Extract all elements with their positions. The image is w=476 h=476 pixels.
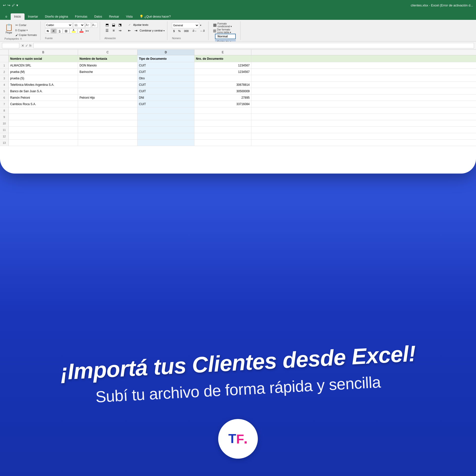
confirm-formula-btn[interactable]: ✓ <box>25 44 28 48</box>
cell-e-9[interactable] <box>194 114 251 120</box>
cell-d-9[interactable] <box>137 114 194 120</box>
col-header-c[interactable]: C <box>78 50 137 55</box>
cell-c-10[interactable] <box>78 120 137 126</box>
formula-input[interactable] <box>33 43 474 48</box>
tab-vista[interactable]: Vista <box>123 13 136 20</box>
cell-d-5[interactable]: CUIT <box>137 88 194 94</box>
increase-font-btn[interactable]: A↑ <box>85 22 91 28</box>
cell-e-11[interactable] <box>194 127 251 133</box>
bold-btn[interactable]: N <box>45 29 51 33</box>
cell-e-12[interactable] <box>194 133 251 139</box>
cell-b-4[interactable]: Telefónica Móviles Argentina S.A. <box>9 82 78 88</box>
decrease-indent-btn[interactable]: ⇤ <box>127 28 132 33</box>
align-center-btn[interactable]: ≡ <box>111 28 116 33</box>
cell-b-13[interactable] <box>9 140 78 146</box>
cell-b-11[interactable] <box>9 127 78 133</box>
tab-help[interactable]: 💡 ¿Qué desea hacer? <box>136 13 174 20</box>
cell-c-7[interactable] <box>78 101 137 107</box>
cell-d-7[interactable]: CUIT <box>137 101 194 107</box>
cell-b-5[interactable]: Banco de San Juan S.A. <box>9 88 78 94</box>
cell-d-10[interactable] <box>137 120 194 126</box>
cell-c-4[interactable] <box>78 82 137 88</box>
align-left-btn[interactable]: ☰ <box>105 28 110 33</box>
tab-insertar[interactable]: Insertar <box>25 13 42 20</box>
copy-button[interactable]: ⎘ Copiar ▾ <box>14 28 38 32</box>
header-cell-d[interactable]: Tipo de Documento <box>137 55 194 62</box>
normal-style-badge[interactable]: Normal <box>215 34 236 39</box>
cell-b-3[interactable]: prueba (S) <box>9 75 78 81</box>
paste-button[interactable]: 📋 Pegar <box>4 23 13 36</box>
header-cell-e[interactable]: Nro. de Documento <box>194 55 251 62</box>
cell-b-9[interactable] <box>9 114 78 120</box>
cell-c-1[interactable]: DON Manolo <box>78 62 137 68</box>
cell-b-10[interactable] <box>9 120 78 126</box>
cell-e-7[interactable]: 33716084 <box>194 101 251 107</box>
cell-c-3[interactable] <box>78 75 137 81</box>
tab-revisar[interactable]: Revisar <box>106 13 123 20</box>
cell-e-5[interactable]: 30500009 <box>194 88 251 94</box>
align-top-btn[interactable]: ⬒ <box>105 22 110 27</box>
font-size-select[interactable]: 11 <box>73 22 84 28</box>
cell-c-12[interactable] <box>78 133 137 139</box>
number-format-select[interactable]: General <box>172 22 199 28</box>
cell-d-11[interactable] <box>137 127 194 133</box>
text-angle-btn[interactable]: ⟋ <box>127 22 132 27</box>
cell-c-13[interactable] <box>78 140 137 146</box>
cell-b-2[interactable]: prueba (M) <box>9 69 78 75</box>
cell-e-10[interactable] <box>194 120 251 126</box>
cell-e-3[interactable] <box>194 75 251 81</box>
align-bottom-btn[interactable]: ⬔ <box>117 22 123 27</box>
cell-e-13[interactable] <box>194 140 251 146</box>
dec-decrease-btn[interactable]: ←.0 <box>199 29 206 33</box>
cell-c-2[interactable]: Barinoche <box>78 69 137 75</box>
cell-b-6[interactable]: Ramón Petroni <box>9 94 78 101</box>
cell-c-8[interactable] <box>78 107 137 114</box>
font-color-btn[interactable]: A <box>78 29 85 33</box>
cell-e-8[interactable] <box>194 107 251 114</box>
dropdown-icon[interactable]: ▾ <box>16 3 18 7</box>
conditional-format-btn[interactable]: ▦ Formato condicional ▾ <box>213 22 238 28</box>
header-cell-c[interactable]: Nombre de fantasía <box>78 55 137 62</box>
cell-d-2[interactable]: CUIT <box>137 69 194 75</box>
cell-d-6[interactable]: DNI <box>137 94 194 101</box>
cell-d-4[interactable]: CUIT <box>137 82 194 88</box>
col-header-b[interactable]: B <box>9 50 78 55</box>
cell-e-2[interactable]: 1234567 <box>194 69 251 75</box>
comma-btn[interactable]: 000 <box>183 29 190 33</box>
fill-color-btn[interactable]: A <box>70 29 77 33</box>
tab-inicio[interactable]: Inicio <box>11 13 25 20</box>
cell-b-7[interactable]: Cambios Roca S.A. <box>9 101 78 107</box>
tab-formulas[interactable]: Fórmulas <box>72 13 91 20</box>
undo-icon[interactable]: ↩ <box>3 3 6 7</box>
cell-b-8[interactable] <box>9 107 78 114</box>
font-name-select[interactable]: Calibri <box>45 22 72 28</box>
borders-btn[interactable]: ⊞ <box>63 29 69 33</box>
cell-c-11[interactable] <box>78 127 137 133</box>
cell-e-1[interactable]: 1234567 <box>194 62 251 68</box>
cell-e-4[interactable]: 30678814 <box>194 82 251 88</box>
cell-b-1[interactable]: ALMACEN SRL <box>9 62 78 68</box>
cell-c-9[interactable] <box>78 114 137 120</box>
currency-btn[interactable]: $ <box>172 29 176 33</box>
cell-c-5[interactable] <box>78 88 137 94</box>
cell-b-12[interactable] <box>9 133 78 139</box>
merge-center-btn[interactable]: Combinar y centrar ▾ <box>140 29 165 32</box>
header-cell-b[interactable]: Nombre o razón social <box>9 55 78 62</box>
italic-btn[interactable]: K <box>51 29 56 33</box>
increase-indent-btn[interactable]: ⇥ <box>133 28 139 33</box>
cell-reference[interactable] <box>2 43 19 48</box>
celda-style-badge[interactable]: Celda de c... <box>215 40 236 42</box>
quick-access-icon[interactable]: 🖊 <box>12 3 15 7</box>
underline-btn[interactable]: S <box>57 29 62 33</box>
wrap-text-btn[interactable]: Ajustar texto <box>133 23 148 26</box>
redo-icon[interactable]: ↪ <box>7 3 10 7</box>
align-middle-btn[interactable]: ⬓ <box>111 22 116 27</box>
cell-e-6[interactable]: 27895 <box>194 94 251 101</box>
cut-button[interactable]: ✂ Cortar <box>14 23 38 28</box>
cell-c-6[interactable]: Petroni Hijo <box>78 94 137 101</box>
table-format-btn[interactable]: ⊞ Dar formato como tabla ▾ <box>213 28 238 34</box>
percent-btn[interactable]: % <box>177 29 182 33</box>
cell-d-13[interactable] <box>137 140 194 146</box>
align-right-btn[interactable]: ⇒ <box>117 28 123 33</box>
cell-d-1[interactable]: CUIT <box>137 62 194 68</box>
